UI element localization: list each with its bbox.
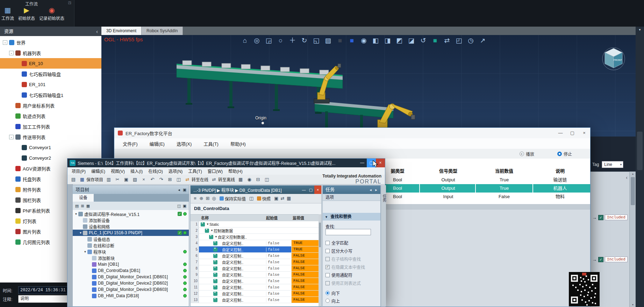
workflow-toolbar-button[interactable]: ▶ 初始状态: [18, 6, 35, 21]
note-input[interactable]: 说明: [18, 295, 69, 303]
resource-tree-item[interactable]: Conveyor1: [0, 142, 101, 153]
right-scrollbar[interactable]: ▴ ▾: [629, 172, 636, 307]
collapse-panel-icon[interactable]: ‹: [96, 27, 98, 36]
tree-expander-icon[interactable]: ▼: [74, 212, 78, 216]
close-editor-button[interactable]: ×: [314, 186, 321, 194]
project-tree-item[interactable]: DB_Digital_Monitor_Device2 [DB602] ✓: [73, 280, 189, 286]
start-value[interactable]: false: [266, 260, 292, 264]
view-right-icon[interactable]: ◨: [383, 36, 392, 45]
editor-tool-icon[interactable]: ▣: [273, 195, 279, 202]
db-variable-row[interactable]: 5 自定义控制.. false TRUE: [191, 246, 319, 253]
delete-icon[interactable]: ×: [140, 176, 148, 183]
tia-menu-item[interactable]: 帮助(H): [226, 168, 245, 174]
view-home-icon[interactable]: ⌂: [241, 36, 249, 45]
save-project-button[interactable]: ▦ 保存项目: [78, 176, 104, 183]
start-value[interactable]: false: [266, 254, 292, 258]
db-variable-row[interactable]: 8 自定义控制.. false FALSE: [191, 265, 319, 272]
tia-menu-item[interactable]: 编辑(E): [88, 168, 108, 174]
view-left-icon[interactable]: ◧: [371, 36, 380, 45]
tree-expander-icon[interactable]: [15, 61, 20, 66]
tia-menu-item[interactable]: 工具(T): [185, 168, 205, 174]
panel-header-icon[interactable]: ▸: [373, 186, 379, 194]
devices-tab[interactable]: 设备: [73, 194, 94, 202]
copy-icon[interactable]: ▣: [122, 176, 130, 183]
resource-tree-item[interactable]: 七巧板四轴吸盘: [0, 69, 101, 79]
scroll-up-icon[interactable]: ▴: [630, 172, 636, 175]
resource-tree-item[interactable]: 七巧板四轴吸盘1: [0, 90, 101, 100]
wireframe-icon[interactable]: ▨: [324, 36, 332, 45]
paste-icon[interactable]: ▧: [131, 176, 139, 183]
db-variable-row[interactable]: 9 自定义控制.. false FALSE: [191, 272, 319, 278]
er-menu-item[interactable]: 选项(X): [177, 140, 192, 147]
project-tree-item[interactable]: DB_ControlData [DB1] ✓: [73, 267, 189, 274]
start-value[interactable]: false: [266, 292, 292, 296]
tia-menu-item[interactable]: 在线(O): [145, 168, 165, 174]
go-online-button[interactable]: ⇄ 转至在线: [184, 176, 209, 183]
tree-expander-icon[interactable]: [15, 82, 20, 87]
project-tree-item[interactable]: DB_HMI_Data [DB18] ✓: [73, 293, 189, 299]
find-option-checkbox[interactable]: ✓ 区分大小写: [325, 247, 380, 255]
included-checkbox[interactable]: ✓: [598, 215, 603, 220]
db-variable-row[interactable]: 11 自定义控制.. false FALSE: [191, 284, 319, 291]
tree-expander-icon[interactable]: [9, 229, 14, 234]
tag-line-dropdown[interactable]: Line ▾: [602, 161, 623, 168]
start-value[interactable]: false: [266, 241, 292, 245]
history-view-icon[interactable]: ◷: [466, 36, 475, 45]
tree-tool-icon[interactable]: ▣: [182, 202, 187, 210]
collapse-edge-icon[interactable]: ▾: [636, 28, 644, 32]
watch-all-icon[interactable]: ◫: [248, 195, 255, 202]
resource-tree-item[interactable]: ER_101: [0, 79, 101, 90]
db-column-header[interactable]: 起始值: [266, 215, 278, 222]
resource-tree-item[interactable]: - 机器列表: [0, 48, 101, 58]
tree-expander-icon[interactable]: -: [9, 135, 14, 139]
project-tree-item[interactable]: 添加新块 ✓: [73, 255, 189, 261]
project-tree-item[interactable]: 在线和诊断 ✓: [73, 242, 189, 249]
editor-scrollbar[interactable]: [319, 214, 321, 306]
workflow-toolbar-button[interactable]: ◉ 记录初始状态: [39, 6, 64, 21]
tree-tool-icon[interactable]: ▤: [74, 202, 80, 210]
shaded-blue-icon[interactable]: ■: [348, 36, 356, 45]
find-input[interactable]: [325, 229, 371, 235]
editor-tool-icon[interactable]: ⊞: [205, 195, 211, 202]
radio-circle[interactable]: [325, 299, 330, 303]
db-variable-row[interactable]: 2 ▼ 控制端数据: [191, 228, 319, 234]
db-column-header[interactable]: 监视值: [293, 215, 304, 222]
panel-header-icon[interactable]: ▣: [182, 186, 187, 194]
redo-icon[interactable]: ↷: [157, 176, 165, 183]
db-variable-row[interactable]: 4 自定义控制.. false TRUE: [191, 240, 319, 246]
tree-expander-icon[interactable]: -: [9, 51, 14, 55]
tree-expander-icon[interactable]: [9, 103, 14, 108]
monitor-value[interactable]: FALSE: [291, 297, 319, 303]
db-variable-row[interactable]: 1 ▼ Static: [191, 221, 319, 228]
project-tree-item[interactable]: ▼ PLC_1 [CPU 1516-3 PN/DP] ✓: [73, 230, 189, 236]
monitor-value[interactable]: FALSE: [291, 265, 319, 271]
tree-expander-icon[interactable]: [9, 219, 14, 223]
zoom-icon[interactable]: ○: [276, 36, 285, 45]
db-variable-row[interactable]: 13 自定义控制.. false FALSE: [191, 297, 319, 303]
view-bottom-icon[interactable]: ◪: [407, 36, 416, 45]
direction-radio[interactable]: 向下: [325, 289, 340, 297]
project-tree-item[interactable]: 设备组态 ✓: [73, 236, 189, 242]
tree-expander-icon[interactable]: [15, 93, 20, 97]
project-tree-item[interactable]: Main [OB1] ✓: [73, 261, 189, 267]
row-expander-icon[interactable]: ▼: [210, 229, 214, 232]
solid-view-icon[interactable]: ■: [431, 36, 439, 45]
start-value[interactable]: false: [266, 279, 292, 283]
spin-view-icon[interactable]: ↺: [419, 36, 428, 45]
tia-menu-item[interactable]: 插入(I): [128, 168, 145, 174]
zoom-window-icon[interactable]: ◲: [264, 36, 273, 45]
tree-expander-icon[interactable]: [9, 114, 14, 118]
tree-expander-icon[interactable]: [15, 145, 20, 150]
stop-cpu-icon[interactable]: ⊟: [254, 176, 262, 183]
resource-tree-item[interactable]: - 传送带列表: [0, 132, 101, 142]
find-replace-section-header[interactable]: ▼ 查找和替换: [323, 213, 380, 221]
tia-menu-item[interactable]: 项目(P): [69, 168, 88, 174]
cut-icon[interactable]: ✂: [114, 176, 121, 183]
resource-tree-item[interactable]: ER_10: [0, 58, 101, 69]
snap-target-icon[interactable]: ◉: [359, 36, 368, 45]
resource-tree-item[interactable]: - 世界: [0, 37, 101, 48]
start-value[interactable]: false: [266, 247, 292, 252]
tree-expander-icon[interactable]: [9, 240, 14, 244]
project-tree-item[interactable]: 设备和网络 ✓: [73, 223, 189, 230]
tree-expander-icon[interactable]: [15, 72, 20, 76]
